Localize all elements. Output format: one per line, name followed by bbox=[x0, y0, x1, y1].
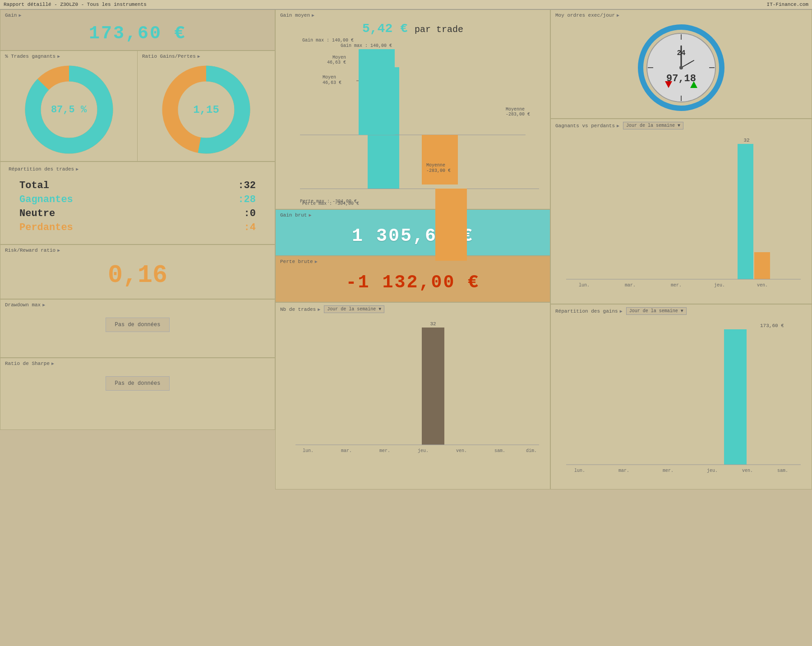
drawdown-label: Drawdown max bbox=[5, 302, 41, 308]
svg-text:173,60 €: 173,60 € bbox=[760, 323, 784, 328]
svg-text:sam.: sam. bbox=[777, 468, 788, 473]
svg-text:ven.: ven. bbox=[742, 468, 753, 473]
title-bar: Rapport détaillé - Z3OLZ0 - Tous les ins… bbox=[0, 0, 812, 9]
svg-text:lun.: lun. bbox=[579, 283, 590, 288]
svg-text:32: 32 bbox=[430, 321, 436, 327]
gain-arrow-icon: ▶ bbox=[18, 13, 21, 18]
svg-text:mer.: mer. bbox=[663, 468, 674, 473]
ratio-gains-panel: Ratio Gains/Pertes ▶ 1,15 bbox=[138, 51, 275, 161]
trades-gagnants-panel: % Trades gagnants ▶ 87,5 % bbox=[0, 51, 138, 161]
svg-text:Gain max : 140,00 €: Gain max : 140,00 € bbox=[341, 43, 392, 48]
gain-moyen-highlight: 5,42 € bbox=[362, 22, 408, 36]
perte-brute-panel: Perte brute ▶ -1 132,00 € bbox=[275, 256, 550, 302]
trades-pct-value: 87,5 % bbox=[51, 104, 87, 115]
neutre-value: :0 bbox=[244, 208, 256, 219]
gain-moyen-chart: Gain max : 140,00 € Moyen 46,63 € Moyenn… bbox=[277, 36, 535, 207]
moy-ordres-arrow: ▶ bbox=[617, 13, 619, 18]
nb-trades-arrow: ▶ bbox=[318, 307, 320, 312]
gain-brut-value: 1 305,60 € bbox=[277, 219, 548, 254]
gain-main-value: 173,60 € bbox=[2, 19, 273, 48]
gagnantes-label: Gagnantes bbox=[19, 194, 73, 205]
risk-value: 0,16 bbox=[2, 254, 273, 297]
svg-text:46,63 €: 46,63 € bbox=[323, 80, 341, 85]
svg-text:lun.: lun. bbox=[574, 468, 585, 473]
svg-text:jeu.: jeu. bbox=[714, 283, 725, 288]
svg-rect-40 bbox=[754, 252, 770, 279]
svg-rect-8 bbox=[422, 135, 458, 185]
gain-brut-label: Gain brut bbox=[280, 212, 307, 218]
sharpe-panel: Ratio de Sharpe ▶ Pas de données bbox=[0, 358, 275, 430]
nb-trades-dropdown[interactable]: Jour de la semaine ▼ bbox=[324, 305, 384, 313]
svg-text:sam.: sam. bbox=[494, 448, 505, 453]
gagnants-label: Gagnants vs perdants bbox=[555, 123, 615, 129]
gain-brut-panel: Gain brut ▶ 1 305,60 € bbox=[275, 209, 550, 256]
svg-text:lun.: lun. bbox=[303, 448, 314, 453]
gain-moyen-label: Gain moyen bbox=[280, 13, 310, 18]
gain-label: Gain bbox=[5, 13, 17, 18]
drawdown-no-data-btn[interactable]: Pas de données bbox=[106, 318, 170, 332]
perte-brute-label: Perte brute bbox=[280, 259, 313, 264]
svg-text:dim.: dim. bbox=[526, 448, 537, 453]
nb-trades-panel: Nb de trades ▶ Jour de la semaine ▼ 32 l… bbox=[275, 302, 550, 489]
svg-text:24: 24 bbox=[677, 49, 686, 57]
ratio-arrow: ▶ bbox=[198, 54, 200, 59]
svg-text:Moyenne: Moyenne bbox=[426, 163, 445, 168]
trades-pct-arrow: ▶ bbox=[57, 54, 60, 59]
total-label: Total bbox=[19, 180, 49, 191]
repartition-gains-arrow: ▶ bbox=[620, 309, 623, 314]
gain-moyen-panel: Gain moyen ▶ 5,42 € par trade Gain max :… bbox=[275, 9, 550, 209]
gagnants-chart: 32 lun. mar. mer. jeu. ven. bbox=[557, 135, 810, 306]
title-right: IT-Finance.com bbox=[767, 2, 808, 7]
gagnants-arrow: ▶ bbox=[617, 123, 619, 129]
perdantes-value: :4 bbox=[244, 222, 256, 233]
gain-top-panel: Gain ▶ 173,60 € bbox=[0, 9, 275, 51]
svg-text:mar.: mar. bbox=[618, 468, 629, 473]
total-value: :32 bbox=[238, 180, 256, 191]
svg-rect-39 bbox=[738, 144, 753, 279]
sharpe-no-data-btn[interactable]: Pas de données bbox=[106, 376, 170, 391]
svg-text:jeu.: jeu. bbox=[707, 468, 718, 473]
svg-text:Moyen: Moyen bbox=[323, 75, 336, 80]
repartition-gains-label: Répartition des gains bbox=[555, 309, 618, 314]
svg-text:Perte max : -304,00 €: Perte max : -304,00 € bbox=[300, 199, 357, 204]
title-left: Rapport détaillé - Z3OLZ0 - Tous les ins… bbox=[4, 2, 147, 7]
risk-label: Risk/Reward ratio bbox=[5, 248, 55, 253]
repartition-gains-panel: Répartition des gains ▶ Jour de la semai… bbox=[550, 304, 812, 489]
gagnantes-value: :28 bbox=[238, 194, 256, 205]
trades-pct-label: % Trades gagnants bbox=[5, 54, 55, 59]
moy-ordres-label: Moy ordres exec/jour bbox=[555, 13, 615, 18]
drawdown-panel: Drawdown max ▶ Pas de données bbox=[0, 299, 275, 358]
repartition-gains-chart: 173,60 € lun. mar. mer. jeu. ven. sam. bbox=[557, 320, 810, 492]
svg-rect-7 bbox=[359, 49, 395, 135]
neutre-label: Neutre bbox=[19, 208, 55, 219]
repartition-arrow: ▶ bbox=[76, 166, 78, 172]
gain-moyen-arrow: ▶ bbox=[312, 13, 314, 18]
sharpe-arrow: ▶ bbox=[51, 361, 54, 366]
svg-text:mar.: mar. bbox=[341, 448, 352, 453]
perte-brute-value: -1 132,00 € bbox=[277, 265, 548, 300]
perdantes-label: Perdantes bbox=[19, 222, 73, 233]
svg-text:32: 32 bbox=[743, 138, 749, 143]
risk-reward-panel: Risk/Reward ratio ▶ 0,16 bbox=[0, 245, 275, 299]
svg-text:-283,00 €: -283,00 € bbox=[426, 168, 451, 173]
svg-text:ven.: ven. bbox=[456, 448, 467, 453]
repartition-gains-dropdown[interactable]: Jour de la semaine ▼ bbox=[626, 307, 687, 315]
perte-brute-arrow: ▶ bbox=[315, 259, 318, 264]
gagnants-dropdown[interactable]: Jour de la semaine ▼ bbox=[623, 122, 683, 129]
risk-arrow: ▶ bbox=[57, 248, 60, 253]
svg-point-34 bbox=[679, 66, 683, 69]
svg-text:mer.: mer. bbox=[671, 283, 682, 288]
clock-gauge: 24 97,18 bbox=[636, 23, 726, 113]
ratio-gains-value: 1,15 bbox=[193, 104, 219, 116]
svg-text:ven.: ven. bbox=[757, 283, 768, 288]
gain-moyen-suffix: par trade bbox=[415, 24, 463, 35]
ratio-label: Ratio Gains/Pertes bbox=[142, 54, 196, 59]
gagnants-perdants-panel: Gagnants vs perdants ▶ Jour de la semain… bbox=[550, 119, 812, 304]
svg-text:mer.: mer. bbox=[379, 448, 390, 453]
sharpe-label: Ratio de Sharpe bbox=[5, 361, 50, 366]
svg-text:mar.: mar. bbox=[625, 283, 636, 288]
drawdown-arrow: ▶ bbox=[42, 302, 45, 308]
nb-trades-label: Nb de trades bbox=[280, 307, 316, 312]
svg-text:jeu.: jeu. bbox=[418, 448, 429, 453]
svg-rect-16 bbox=[422, 328, 444, 445]
